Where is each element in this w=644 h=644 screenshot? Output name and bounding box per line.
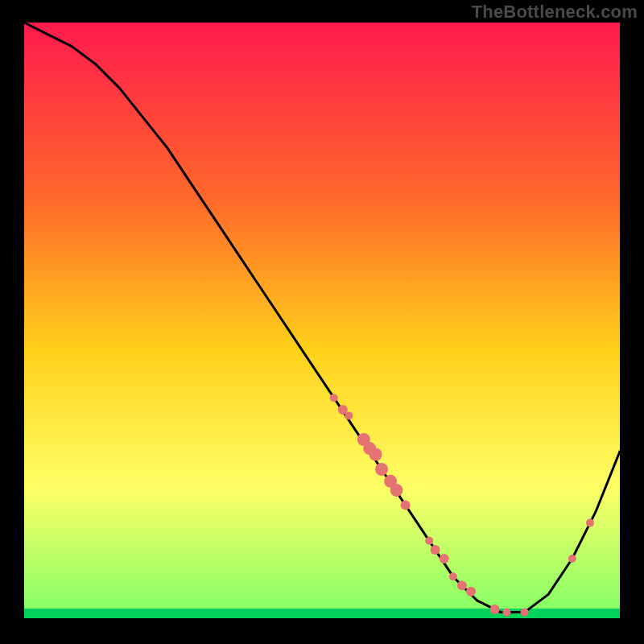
curve-marker [568, 555, 576, 563]
curve-marker [375, 463, 388, 476]
curve-marker [490, 605, 500, 614]
watermark-text: TheBottleneck.com [472, 2, 638, 23]
bottleneck-chart [0, 0, 644, 644]
curve-marker [390, 484, 403, 497]
curve-marker [401, 500, 411, 510]
chart-frame: { "watermark": "TheBottleneck.com", "col… [0, 0, 644, 644]
curve-marker [457, 580, 467, 590]
curve-marker [345, 411, 353, 419]
curve-marker [502, 609, 510, 617]
curve-marker [440, 554, 449, 564]
curve-marker [449, 572, 457, 580]
plot-gradient-background [24, 23, 620, 618]
curve-marker [466, 587, 476, 597]
curve-marker [369, 448, 382, 461]
curve-marker [425, 537, 433, 545]
curve-marker [586, 519, 594, 527]
curve-marker [431, 545, 440, 555]
curve-marker [521, 609, 529, 617]
curve-marker [330, 394, 338, 402]
green-band [24, 609, 620, 618]
